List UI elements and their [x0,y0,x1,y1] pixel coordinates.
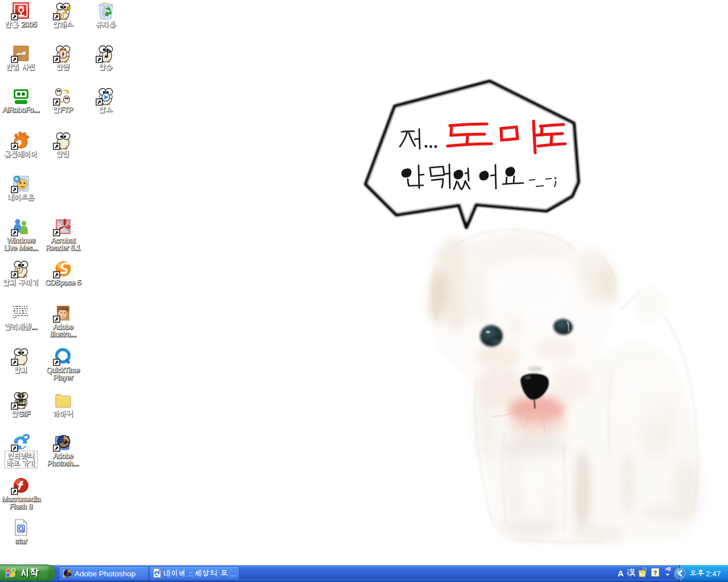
svg-text:::: :: [189,569,193,578]
svg-text:2005: 2005 [21,20,37,28]
svg-text:A: A [618,569,624,578]
svg-text:Acrobat: Acrobat [51,236,76,244]
svg-text:?: ? [653,569,657,576]
svg-text:CDSpace 5: CDSpace 5 [46,278,81,286]
svg-text:2:47: 2:47 [706,569,721,578]
svg-text:FTP: FTP [60,106,73,114]
svg-text:GIF: GIF [19,410,31,418]
svg-text:Adobe: Adobe [53,452,73,460]
svg-text:Macromedia: Macromedia [2,495,40,503]
svg-text:...: ... [31,323,37,331]
svg-text:Windows: Windows [7,236,35,244]
svg-text:Reader 5.1: Reader 5.1 [46,244,81,252]
svg-text:Adobe Photoshop: Adobe Photoshop [75,569,135,578]
svg-text:Flash 8: Flash 8 [10,502,32,510]
svg-text:...: ... [230,569,236,578]
svg-text:Photosh...: Photosh... [47,459,78,467]
svg-text:Illustra...: Illustra... [50,330,76,338]
svg-text:QuickTime: QuickTime [47,366,80,374]
svg-text:Live Mes...: Live Mes... [4,244,38,252]
svg-text:Player: Player [53,373,73,381]
svg-text:GIF: GIF [19,401,25,405]
svg-text:AlRoboFo...: AlRoboFo... [3,106,40,114]
svg-text:star: star [15,537,27,545]
svg-text:Adobe: Adobe [53,323,73,331]
